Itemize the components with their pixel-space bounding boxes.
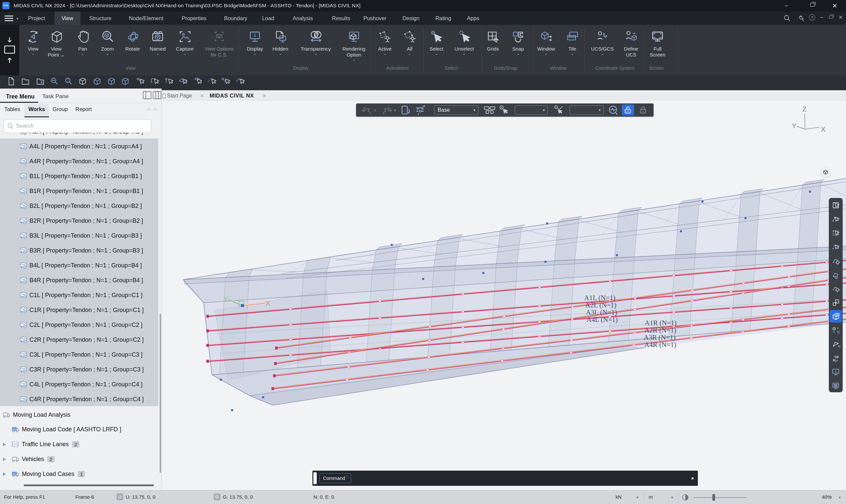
svg-text:N: N bbox=[837, 330, 840, 334]
svg-text:A1R (N=1): A1R (N=1) bbox=[645, 319, 677, 327]
svg-text:A3R (N=1): A3R (N=1) bbox=[644, 334, 676, 341]
svg-text:A2L (N=1): A2L (N=1) bbox=[585, 301, 616, 309]
svg-text:X: X bbox=[266, 299, 270, 307]
svg-text:LC: LC bbox=[13, 472, 16, 474]
svg-text:Y: Y bbox=[223, 295, 229, 303]
svg-text:A4L (N=1): A4L (N=1) bbox=[587, 316, 617, 324]
svg-text:A4R (N=1): A4R (N=1) bbox=[644, 341, 676, 349]
svg-text:N: N bbox=[838, 345, 840, 348]
svg-text:A1L (N=1): A1L (N=1) bbox=[584, 294, 615, 302]
svg-text:A2R (N=1): A2R (N=1) bbox=[644, 326, 676, 334]
svg-text:Z: Z bbox=[803, 105, 807, 113]
svg-text:Y: Y bbox=[792, 122, 796, 129]
svg-text:X: X bbox=[821, 125, 826, 133]
svg-text:A3L (N=1): A3L (N=1) bbox=[586, 308, 617, 316]
svg-text:LC: LC bbox=[13, 428, 16, 430]
svg-text:2: 2 bbox=[489, 106, 491, 110]
